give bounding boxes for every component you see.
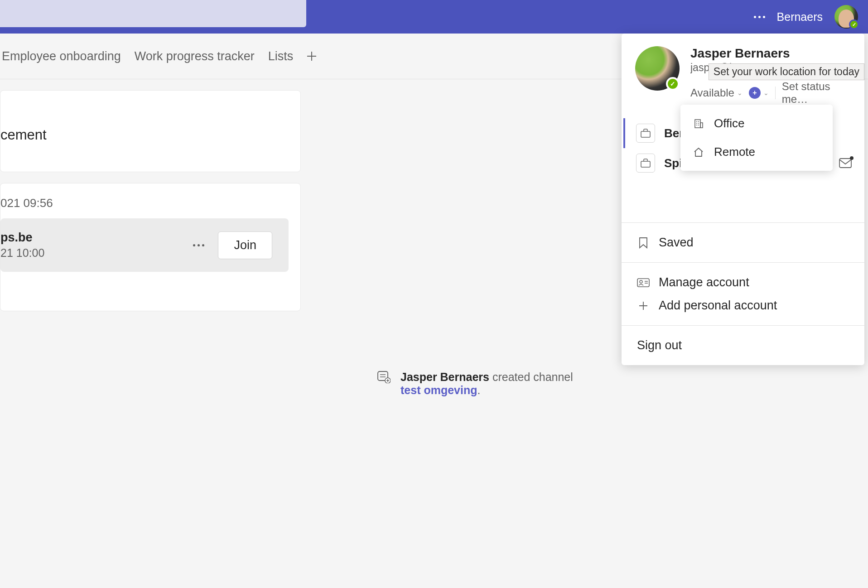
meeting-info: ps.be 21 10:00 (0, 231, 193, 260)
menu-label: Manage account (659, 275, 749, 289)
location-label: Remote (714, 145, 755, 159)
mail-notification-icon[interactable] (839, 158, 852, 168)
set-status-label: Set status me… (782, 80, 851, 106)
location-plus-icon: + (749, 87, 761, 99)
sign-out-item[interactable]: Sign out (622, 334, 864, 357)
menu-section-signout: Sign out (622, 325, 864, 365)
activity-author: Jasper Bernaers (400, 371, 489, 383)
svg-point-6 (640, 280, 642, 283)
chevron-down-icon: ⌄ (737, 89, 743, 96)
building-icon (693, 118, 704, 129)
add-account-item[interactable]: Add personal account (622, 294, 864, 317)
menu-label: Saved (659, 236, 694, 250)
saved-item[interactable]: Saved (622, 231, 864, 254)
activity-period: . (477, 384, 480, 396)
notification-dot (850, 156, 854, 160)
activity-item[interactable]: Jasper Bernaers created channel test omg… (377, 371, 573, 397)
activity-action: created channel (489, 371, 573, 383)
post-card[interactable]: cement (0, 90, 301, 172)
channel-created-icon (377, 371, 391, 383)
svg-rect-4 (700, 123, 703, 128)
plus-icon (307, 51, 317, 61)
profile-menu: ✓ Jasper Bernaers jasper@be Available ⌄ … (622, 34, 864, 365)
tab-work-progress[interactable]: Work progress tracker (135, 49, 255, 63)
header-username[interactable]: Bernaers (777, 10, 823, 24)
post-text: cement (0, 127, 47, 143)
meeting-card: 021 09:56 ps.be 21 10:00 Join (0, 183, 301, 311)
home-icon (693, 147, 704, 158)
svg-rect-0 (641, 131, 650, 137)
chevron-down-icon: ⌄ (763, 89, 769, 96)
work-location-button[interactable]: + ⌄ (749, 87, 769, 99)
plus-icon (637, 301, 650, 311)
more-icon[interactable] (754, 16, 765, 18)
activity-channel-link[interactable]: test omgeving (400, 384, 477, 396)
profile-avatar: ✓ (635, 46, 680, 91)
svg-rect-5 (637, 279, 649, 287)
search-input[interactable] (0, 0, 306, 27)
menu-label: Sign out (637, 338, 682, 352)
status-row: Available ⌄ + ⌄ Set status me… (690, 80, 851, 106)
meeting-time: 21 10:00 (0, 246, 193, 260)
meeting-title: ps.be (0, 231, 193, 245)
set-status-message[interactable]: Set status me… (782, 80, 851, 106)
tab-employee-onboarding[interactable]: Employee onboarding (2, 49, 121, 63)
presence-status[interactable]: Available ⌄ (690, 87, 743, 99)
svg-rect-1 (641, 161, 650, 167)
menu-label: Add personal account (659, 299, 777, 313)
add-tab-button[interactable] (307, 51, 317, 61)
presence-available-icon: ✓ (666, 77, 680, 91)
meeting-timestamp: 021 09:56 (0, 183, 300, 218)
header-avatar[interactable]: ✓ (834, 5, 858, 29)
presence-available-icon: ✓ (849, 19, 859, 29)
meeting-more-icon[interactable] (193, 244, 204, 246)
location-label: Office (714, 116, 744, 130)
id-card-icon (637, 278, 650, 287)
location-remote[interactable]: Remote (680, 138, 833, 166)
separator (775, 87, 776, 99)
bookmark-icon (637, 237, 650, 249)
location-office[interactable]: Office (680, 109, 833, 138)
menu-section-saved: Saved (622, 222, 864, 262)
svg-rect-3 (695, 120, 700, 128)
briefcase-icon (636, 124, 655, 143)
menu-section-account: Manage account Add personal account (622, 262, 864, 325)
activity-text: Jasper Bernaers created channel test omg… (400, 371, 573, 397)
manage-account-item[interactable]: Manage account (622, 271, 864, 294)
work-location-tooltip: Set your work location for today (709, 63, 864, 80)
header-right: Bernaers ✓ (754, 5, 868, 29)
tab-lists[interactable]: Lists (268, 49, 294, 63)
join-button[interactable]: Join (218, 231, 272, 259)
briefcase-icon (636, 154, 655, 173)
profile-name: Jasper Bernaers (690, 46, 851, 61)
work-location-menu: Office Remote (680, 105, 833, 171)
status-label: Available (690, 87, 734, 99)
svg-rect-2 (839, 159, 851, 168)
meeting-row[interactable]: ps.be 21 10:00 Join (0, 218, 289, 272)
app-header: Bernaers ✓ (0, 0, 868, 34)
